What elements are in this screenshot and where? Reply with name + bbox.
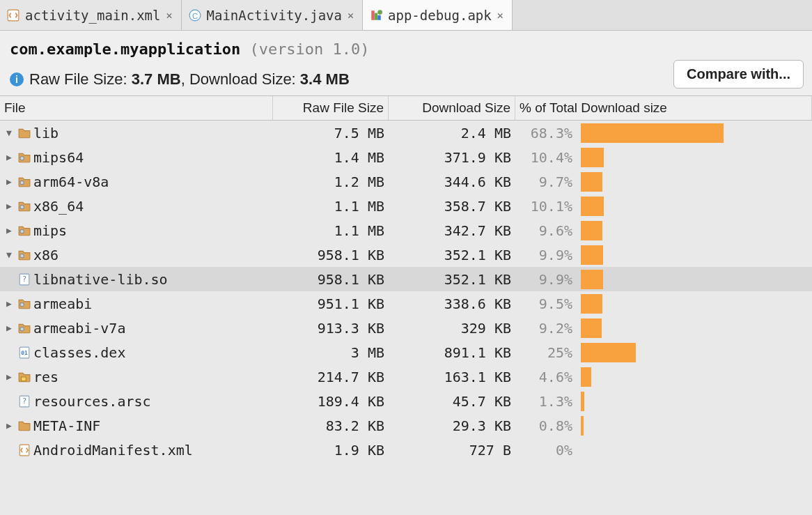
compare-with-button[interactable]: Compare with... <box>673 60 804 89</box>
silver-folder-icon <box>18 249 31 261</box>
close-icon[interactable]: ✕ <box>166 9 172 22</box>
folder-icon <box>18 127 31 139</box>
table-row[interactable]: ▶x86_641.1 MB358.7 KB10.1% <box>0 194 812 218</box>
silver-folder-icon <box>18 224 31 237</box>
col-pct[interactable]: % of Total Download size <box>515 96 812 120</box>
raw-size: 958.1 KB <box>273 271 389 288</box>
table-row[interactable]: ▶arm64-v8a1.2 MB344.6 KB9.7% <box>0 169 812 194</box>
percent: 25% <box>515 344 578 361</box>
percent-bar-cell <box>578 294 812 314</box>
percent-bar-cell <box>578 392 812 411</box>
percent: 9.9% <box>515 271 578 288</box>
file-name: mips <box>33 222 67 239</box>
percent: 9.5% <box>515 295 578 312</box>
svg-rect-4 <box>375 13 378 20</box>
download-size: 2.4 MB <box>389 125 515 141</box>
close-icon[interactable]: ✕ <box>497 9 503 22</box>
percent-bar <box>581 318 602 338</box>
percent: 9.9% <box>515 247 578 263</box>
silver-folder-icon <box>18 176 31 188</box>
table-body: ▼lib7.5 MB2.4 MB68.3%▶mips641.4 MB371.9 … <box>0 121 812 462</box>
table-row[interactable]: ▶armeabi951.1 KB338.6 KB9.5% <box>0 291 812 316</box>
file-name: libnative-lib.so <box>33 271 168 288</box>
percent-bar-cell <box>578 221 812 240</box>
chevron-right-icon[interactable]: ▶ <box>4 176 14 187</box>
chevron-right-icon[interactable]: ▶ <box>4 323 14 333</box>
tab-app-debug-apk[interactable]: app-debug.apk ✕ <box>363 0 513 30</box>
apk-header: com.example.myapplication (version 1.0) … <box>0 31 812 96</box>
file-name: META-INF <box>33 417 100 434</box>
table-row[interactable]: libnative-lib.so958.1 KB352.1 KB9.9% <box>0 267 812 291</box>
svg-rect-3 <box>371 10 375 20</box>
raw-size: 913.3 KB <box>273 320 389 337</box>
table-row[interactable]: ▶META-INF83.2 KB29.3 KB0.8% <box>0 413 812 438</box>
percent: 10.4% <box>515 149 578 166</box>
percent-bar-cell <box>578 270 812 289</box>
percent: 0.8% <box>515 417 578 434</box>
percent-bar <box>581 172 602 192</box>
percent: 4.6% <box>515 369 578 385</box>
file-name: resources.arsc <box>33 393 151 410</box>
raw-size: 83.2 KB <box>273 417 389 434</box>
table-row[interactable]: ▶mips1.1 MB342.7 KB9.6% <box>0 218 812 243</box>
table-row[interactable]: AndroidManifest.xml1.9 KB727 B0% <box>0 438 812 462</box>
class-file-icon: C <box>189 9 201 22</box>
chevron-right-icon[interactable]: ▶ <box>4 152 14 162</box>
file-name: lib <box>33 125 58 141</box>
file-name: AndroidManifest.xml <box>33 442 193 459</box>
chevron-right-icon[interactable]: ▶ <box>4 420 14 431</box>
res-folder-icon <box>18 371 31 383</box>
dex-file-icon <box>18 346 31 359</box>
tab-activity-main[interactable]: activity_main.xml ✕ <box>0 0 182 30</box>
download-size: 342.7 KB <box>389 222 515 239</box>
silver-folder-icon <box>18 298 31 310</box>
table-row[interactable]: ▶armeabi-v7a913.3 KB329 KB9.2% <box>0 316 812 340</box>
table-row[interactable]: ▶res214.7 KB163.1 KB4.6% <box>0 364 812 389</box>
svg-rect-5 <box>377 15 381 20</box>
code-file-icon <box>7 9 19 22</box>
info-icon: i <box>10 72 24 86</box>
table-row[interactable]: ▼lib7.5 MB2.4 MB68.3% <box>0 121 812 145</box>
table-row[interactable]: resources.arsc189.4 KB45.7 KB1.3% <box>0 389 812 413</box>
col-raw[interactable]: Raw File Size <box>273 96 389 120</box>
silver-folder-icon <box>18 322 31 335</box>
download-size: 338.6 KB <box>389 295 515 312</box>
table-row[interactable]: classes.dex3 MB891.1 KB25% <box>0 340 812 364</box>
percent-bar-cell <box>578 440 812 460</box>
raw-size: 951.1 KB <box>273 295 389 312</box>
file-name: x86 <box>33 247 58 263</box>
raw-size: 7.5 MB <box>273 125 389 141</box>
col-dl[interactable]: Download Size <box>389 96 515 120</box>
percent-bar <box>581 367 591 387</box>
chevron-down-icon[interactable]: ▼ <box>4 249 14 260</box>
download-size: 29.3 KB <box>389 417 515 434</box>
chevron-right-icon[interactable]: ▶ <box>4 225 14 236</box>
table-row[interactable]: ▶mips641.4 MB371.9 KB10.4% <box>0 145 812 169</box>
col-file[interactable]: File <box>0 96 273 120</box>
percent: 68.3% <box>515 125 578 141</box>
percent-bar-cell <box>578 148 812 167</box>
version-label: (version 1.0) <box>249 40 369 58</box>
percent-bar <box>581 245 603 265</box>
chevron-right-icon[interactable]: ▶ <box>4 298 14 309</box>
download-size: 358.7 KB <box>389 198 515 215</box>
tab-label: MainActivity.java <box>207 8 342 23</box>
chevron-down-icon[interactable]: ▼ <box>4 128 14 138</box>
chevron-right-icon[interactable]: ▶ <box>4 371 14 382</box>
download-size: 329 KB <box>389 320 515 337</box>
close-icon[interactable]: ✕ <box>348 9 354 22</box>
chevron-right-icon[interactable]: ▶ <box>4 201 14 211</box>
percent: 10.1% <box>515 198 578 215</box>
percent-bar-cell <box>578 197 812 216</box>
folder-icon <box>18 420 31 432</box>
percent: 9.7% <box>515 174 578 190</box>
package-name: com.example.myapplication <box>10 40 240 58</box>
table-row[interactable]: ▼x86958.1 KB352.1 KB9.9% <box>0 243 812 267</box>
download-size: 163.1 KB <box>389 369 515 385</box>
download-size: 891.1 KB <box>389 344 515 361</box>
percent-bar <box>581 197 604 216</box>
percent-bar-cell <box>578 245 812 265</box>
download-size: 352.1 KB <box>389 271 515 288</box>
tab-main-activity[interactable]: C MainActivity.java ✕ <box>182 0 364 30</box>
package-line: com.example.myapplication (version 1.0) <box>10 40 802 58</box>
